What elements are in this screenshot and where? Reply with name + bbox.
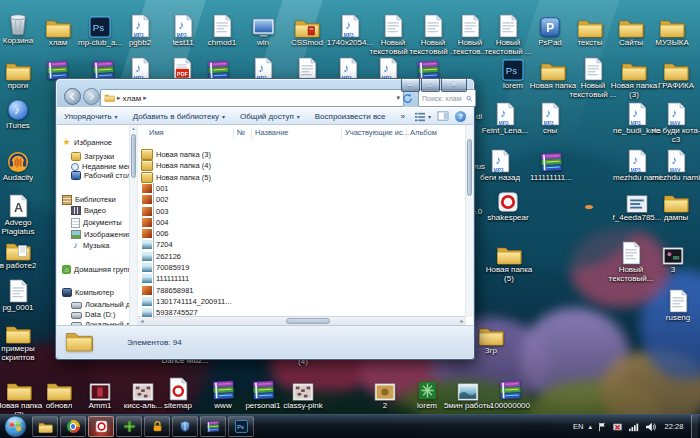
file-row[interactable]: 1301741114_200911... — [141, 296, 463, 307]
desktop-icon[interactable]: 111111111... — [523, 145, 579, 183]
desktop-icon-label-fragment: di — [476, 112, 482, 121]
rar-icon — [212, 373, 235, 401]
scrollbar-thumb[interactable] — [467, 139, 472, 196]
sidebar-scrollbar[interactable]: ▴ — [129, 125, 137, 325]
file-row[interactable]: 001 — [141, 183, 463, 194]
file-row[interactable]: 003 — [141, 206, 463, 217]
taskbar-button-photoshop[interactable]: Ps — [228, 416, 254, 437]
desktop-icon[interactable]: ♪iTunes — [0, 93, 46, 131]
desktop-icon[interactable]: pg_0001 — [0, 275, 46, 313]
sidebar-item[interactable]: Документы — [57, 217, 129, 228]
show-desktop-button[interactable] — [691, 415, 698, 438]
minimize-button[interactable]: – — [401, 79, 420, 92]
start-button[interactable] — [4, 415, 27, 438]
views-button[interactable]: ▾ — [414, 112, 431, 122]
preview-pane-button[interactable] — [437, 111, 449, 123]
desktop-icon — [71, 171, 81, 180]
sidebar-item[interactable]: ⌂Домашняя группа — [57, 264, 129, 275]
column-header[interactable]: Название — [251, 127, 289, 139]
breadcrumb-arrow-icon[interactable]: ▸ — [143, 94, 147, 102]
desktop-icon[interactable]: ♪MP3сны — [522, 98, 578, 136]
desktop-icon[interactable]: shakespear — [480, 185, 536, 223]
toolbar-button[interactable]: Упорядочить▾ — [64, 112, 118, 121]
desktop-icon[interactable]: AAdvego Plagiatus — [0, 190, 46, 237]
file-row[interactable]: 70085919 — [141, 262, 463, 273]
desktop-icon-label: хлам — [49, 39, 68, 48]
column-header[interactable]: № — [233, 127, 245, 139]
file-row[interactable]: 004 — [141, 217, 463, 228]
close-button[interactable]: × — [441, 79, 467, 92]
forward-button[interactable] — [83, 88, 100, 105]
file-row[interactable]: Новая папка (5) — [141, 172, 463, 183]
desktop-icon[interactable]: 3 — [645, 237, 700, 275]
desktop-icon[interactable]: примеры скриптов — [0, 316, 46, 363]
file-row[interactable]: 7204 — [141, 239, 463, 250]
sidebar-item[interactable]: Видео — [57, 205, 129, 216]
file-row[interactable]: 002 — [141, 194, 463, 205]
language-indicator[interactable]: EN — [573, 422, 583, 431]
taskbar-button-winrar[interactable] — [200, 416, 226, 437]
desktop-icon[interactable]: ♪WAVне буди кота-c3 — [648, 98, 700, 145]
action-center-flag-icon[interactable] — [597, 418, 607, 436]
network-icon[interactable] — [628, 418, 640, 436]
column-header[interactable]: Имя — [146, 127, 164, 139]
file-row[interactable]: 111111111 — [141, 273, 463, 284]
scroll-right-arrow[interactable]: ▸ — [458, 317, 466, 325]
folder-icon — [618, 10, 644, 38]
vertical-scrollbar[interactable] — [465, 125, 473, 317]
desktop-icon[interactable]: МУЗЫКА — [644, 10, 700, 48]
img-blue-icon — [141, 262, 153, 273]
file-row[interactable]: Новая папка (4) — [141, 160, 463, 171]
file-row[interactable]: 262126 — [141, 251, 463, 262]
mp3-icon: ♪MP3 — [254, 53, 273, 81]
breadcrumb-folder[interactable]: хлам — [123, 94, 142, 103]
taskbar-button-lock[interactable] — [144, 416, 170, 437]
toolbar-button[interactable]: Воспроизвести все — [315, 112, 386, 121]
operadoc-icon — [169, 373, 188, 401]
desktop-icon[interactable]: ГРАФИКА — [648, 53, 700, 91]
file-row[interactable]: Новая папка (3) — [141, 149, 463, 160]
error-status-icon[interactable] — [612, 418, 623, 436]
help-button[interactable]: ? — [455, 111, 466, 122]
maximize-button[interactable]: □ — [421, 79, 440, 92]
taskbar-button-opera[interactable] — [88, 416, 114, 437]
clock[interactable]: 22:28 — [662, 422, 686, 431]
desktop-icon[interactable]: дампы — [648, 185, 700, 223]
desktop-icon[interactable]: Audacity — [0, 145, 46, 183]
toolbar-button[interactable]: Добавить в библиотеку▾ — [133, 112, 225, 121]
taskbar-button-explorer[interactable] — [32, 416, 58, 437]
taskbar-button-chrome[interactable] — [60, 416, 86, 437]
desktop-icon[interactable]: ♪WAVmezhdu nami — [648, 145, 700, 183]
file-row[interactable]: 5938745527 — [141, 307, 463, 318]
mp3-icon: ♪MP3 — [341, 10, 360, 38]
column-header[interactable]: Альбом — [406, 127, 437, 139]
column-header[interactable]: Участвующие ис... — [341, 127, 409, 139]
sidebar-item[interactable]: Рабочий стол — [57, 170, 129, 181]
folder-icon — [65, 329, 93, 356]
scrollbar-thumb[interactable] — [286, 318, 330, 324]
sidebar-item[interactable]: Компьютер — [57, 287, 129, 298]
volume-icon[interactable] — [645, 418, 657, 436]
scroll-left-arrow[interactable]: ◂ — [138, 317, 146, 325]
toolbar-button[interactable]: Общий доступ▾ — [240, 112, 300, 121]
address-bar[interactable]: ▸ хлам ▸ ▾ — [100, 89, 404, 107]
scrollbar-thumb[interactable] — [131, 134, 136, 178]
desktop-icon[interactable]: classy-pink — [275, 373, 331, 411]
hidden-icons-arrow[interactable]: ▴ — [588, 423, 592, 431]
winrar-icon — [206, 420, 220, 433]
toolbar-button[interactable]: » — [401, 112, 405, 121]
file-row[interactable]: 006 — [141, 228, 463, 239]
sidebar-item[interactable]: Библиотеки — [57, 194, 129, 205]
desktop-icon[interactable]: Новая папка (5) — [481, 237, 537, 284]
scroll-up-arrow[interactable]: ▴ — [130, 125, 137, 132]
sidebar-item[interactable]: Изображения — [57, 229, 129, 240]
file-row[interactable]: 788658981 — [141, 285, 463, 296]
sidebar-item[interactable]: ★Избранное — [57, 137, 129, 148]
taskbar-button-shield[interactable] — [172, 416, 198, 437]
desktop-icon[interactable]: 100000000 — [482, 373, 538, 411]
back-button[interactable] — [64, 88, 81, 105]
sidebar-item[interactable]: ♪Музыка — [57, 240, 129, 251]
desktop-icon[interactable]: ruseng — [650, 285, 700, 323]
taskbar-button-flower[interactable] — [116, 416, 142, 437]
desktop-icon[interactable]: в работе2 — [0, 233, 46, 271]
